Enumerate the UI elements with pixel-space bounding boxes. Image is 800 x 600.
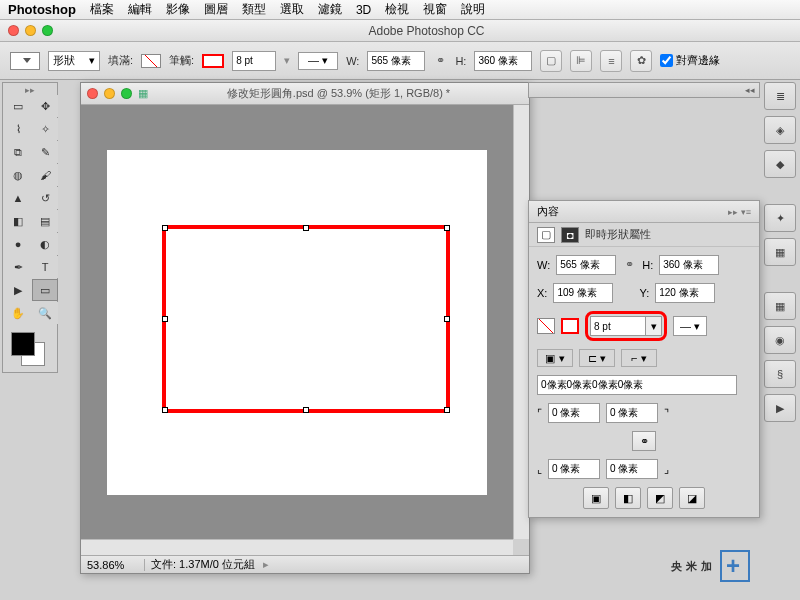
panel-menu-icon[interactable]: ▸▸ ▾≡ [728, 207, 751, 217]
stroke-size-input[interactable]: 8 pt [232, 51, 276, 71]
path-arrange-button[interactable]: ≡ [600, 50, 622, 72]
corner-br-input[interactable]: 0 像素 [606, 459, 658, 479]
prop-stroke-size-input[interactable]: 8 pt [590, 316, 646, 336]
properties-panel-icon[interactable]: ▦ [764, 238, 796, 266]
canvas[interactable] [107, 150, 487, 495]
menu-image[interactable]: 影像 [166, 1, 190, 18]
rectangle-shape[interactable] [162, 225, 450, 413]
corner-tr-input[interactable]: 0 像素 [606, 403, 658, 423]
history-panel-icon[interactable]: ≣ [764, 82, 796, 110]
transform-handle[interactable] [162, 407, 168, 413]
magic-wand-tool[interactable]: ✧ [32, 118, 58, 140]
rectangle-tool[interactable]: ▭ [32, 279, 58, 301]
menu-window[interactable]: 視窗 [423, 1, 447, 18]
doc-minimize-button[interactable] [104, 88, 115, 99]
width-input[interactable]: 565 像素 [367, 51, 425, 71]
brush-tool[interactable]: 🖌 [32, 164, 58, 186]
transform-handle[interactable] [444, 316, 450, 322]
prop-stroke-swatch[interactable] [561, 318, 579, 334]
close-window-button[interactable] [8, 25, 19, 36]
fill-swatch[interactable] [141, 54, 161, 68]
stroke-size-dropdown-icon[interactable]: ▾ [646, 316, 662, 336]
move-tool[interactable]: ✥ [32, 95, 58, 117]
menu-help[interactable]: 說明 [461, 1, 485, 18]
stroke-corners-select[interactable]: ⌐ ▾ [621, 349, 657, 367]
minimize-window-button[interactable] [25, 25, 36, 36]
swatches-panel-icon[interactable]: ▦ [764, 292, 796, 320]
paths-panel-icon[interactable]: ✦ [764, 204, 796, 232]
marquee-tool[interactable]: ▭ [5, 95, 31, 117]
hand-tool[interactable]: ✋ [5, 302, 31, 324]
stamp-tool[interactable]: ▲ [5, 187, 31, 209]
stroke-caps-select[interactable]: ⊏ ▾ [579, 349, 615, 367]
horizontal-scrollbar[interactable] [81, 539, 513, 555]
play-panel-icon[interactable]: ▶ [764, 394, 796, 422]
crop-tool[interactable]: ⧉ [5, 141, 31, 163]
pathop-intersect-button[interactable]: ◩ [647, 487, 673, 509]
panel-group-header[interactable]: ◂◂ [528, 82, 760, 98]
dodge-tool[interactable]: ◐ [32, 233, 58, 255]
prop-fill-swatch[interactable] [537, 318, 555, 334]
tools-collapse-icon[interactable]: ▸▸ [5, 85, 55, 95]
menu-filter[interactable]: 濾鏡 [318, 1, 342, 18]
menu-layer[interactable]: 圖層 [204, 1, 228, 18]
prop-width-input[interactable]: 565 像素 [556, 255, 616, 275]
menu-type[interactable]: 類型 [242, 1, 266, 18]
healing-tool[interactable]: ◍ [5, 164, 31, 186]
pen-tool[interactable]: ✒ [5, 256, 31, 278]
pathop-combine-button[interactable]: ▣ [583, 487, 609, 509]
transform-handle[interactable] [303, 407, 309, 413]
zoom-window-button[interactable] [42, 25, 53, 36]
layers-panel-icon[interactable]: ◈ [764, 116, 796, 144]
canvas-area[interactable] [81, 105, 513, 539]
path-operations-button[interactable]: ▢ [540, 50, 562, 72]
path-select-tool[interactable]: ▶ [5, 279, 31, 301]
zoom-tool[interactable]: 🔍 [32, 302, 58, 324]
menu-view[interactable]: 檢視 [385, 1, 409, 18]
blur-tool[interactable]: ● [5, 233, 31, 255]
transform-handle[interactable] [162, 316, 168, 322]
prop-height-input[interactable]: 360 像素 [659, 255, 719, 275]
stroke-align-select[interactable]: ▣ ▾ [537, 349, 573, 367]
gear-icon[interactable]: ✿ [630, 50, 652, 72]
doc-zoom-button[interactable] [121, 88, 132, 99]
gradient-tool[interactable]: ▤ [32, 210, 58, 232]
doc-close-button[interactable] [87, 88, 98, 99]
menu-select[interactable]: 選取 [280, 1, 304, 18]
zoom-readout[interactable]: 53.86% [81, 559, 145, 571]
transform-handle[interactable] [303, 225, 309, 231]
eyedropper-tool[interactable]: ✎ [32, 141, 58, 163]
transform-handle[interactable] [444, 407, 450, 413]
pathop-subtract-button[interactable]: ◧ [615, 487, 641, 509]
info-chevron-icon[interactable]: ▸ [263, 558, 269, 571]
path-align-button[interactable]: ⊫ [570, 50, 592, 72]
stroke-style-select[interactable]: — ▾ [298, 52, 338, 70]
lasso-tool[interactable]: ⌇ [5, 118, 31, 140]
prop-x-input[interactable]: 109 像素 [553, 283, 613, 303]
shape-mode-select[interactable]: 形狀▾ [48, 51, 100, 71]
height-input[interactable]: 360 像素 [474, 51, 532, 71]
corner-bl-input[interactable]: 0 像素 [548, 459, 600, 479]
prop-y-input[interactable]: 120 像素 [655, 283, 715, 303]
channels-panel-icon[interactable]: ◆ [764, 150, 796, 178]
transform-handle[interactable] [444, 225, 450, 231]
stroke-swatch[interactable] [202, 54, 224, 68]
styles-panel-icon[interactable]: § [764, 360, 796, 388]
history-brush-tool[interactable]: ↺ [32, 187, 58, 209]
prop-stroke-style[interactable]: — ▾ [673, 316, 707, 336]
menu-file[interactable]: 檔案 [90, 1, 114, 18]
eraser-tool[interactable]: ◧ [5, 210, 31, 232]
document-info[interactable]: 文件: 1.37M/0 位元組 [145, 557, 261, 572]
link-wh-icon[interactable]: ⚭ [433, 54, 447, 68]
align-edges-checkbox[interactable]: 對齊邊緣 [660, 53, 720, 68]
corner-radii-combined[interactable]: 0像素0像素0像素0像素 [537, 375, 737, 395]
color-panel-icon[interactable]: ◉ [764, 326, 796, 354]
tool-preset-picker[interactable] [10, 52, 40, 70]
pathop-exclude-button[interactable]: ◪ [679, 487, 705, 509]
menu-edit[interactable]: 編輯 [128, 1, 152, 18]
transform-handle[interactable] [162, 225, 168, 231]
link-corners-button[interactable]: ⚭ [632, 431, 656, 451]
type-tool[interactable]: T [32, 256, 58, 278]
properties-tab[interactable]: 內容 ▸▸ ▾≡ [529, 201, 759, 223]
corner-tl-input[interactable]: 0 像素 [548, 403, 600, 423]
